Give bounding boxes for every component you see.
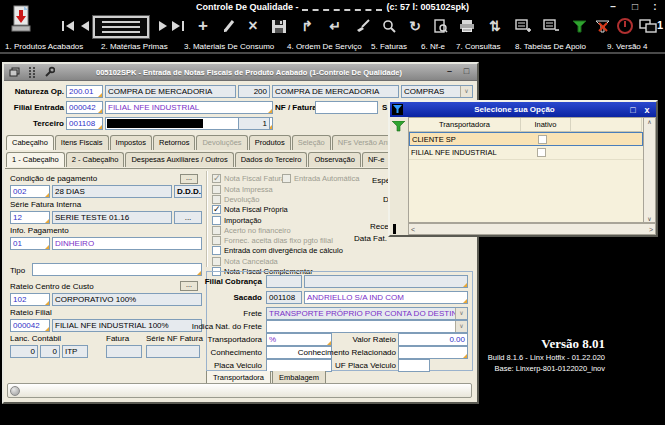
edit-icon[interactable]: [218, 15, 240, 37]
popup-close-button[interactable]: x: [640, 104, 654, 116]
tab-produtos[interactable]: Produtos: [249, 135, 291, 150]
natureza-group-select[interactable]: COMPRAS∨: [401, 85, 473, 98]
refresh-icon[interactable]: ↻: [404, 15, 426, 37]
grid-dots-icon[interactable]: [24, 66, 39, 79]
tab-2-cabecalho[interactable]: 2 - Cabeçalho: [66, 152, 125, 167]
vertical-scrollbar[interactable]: ∧∨: [643, 117, 656, 223]
confirm-icon[interactable]: ↵: [324, 15, 346, 37]
browse-icon[interactable]: [93, 16, 149, 38]
app-maximize-button[interactable]: □: [627, 1, 643, 12]
popup-maximize-button[interactable]: □: [626, 104, 640, 116]
filter-green-icon[interactable]: [392, 121, 405, 132]
scroll-right-icon[interactable]: >: [649, 226, 653, 233]
uf-placa-veiculo-field[interactable]: [398, 359, 430, 372]
tab-despesas[interactable]: Despesas Auxiliares / Outros: [125, 152, 233, 167]
menu-nfe[interactable]: 6. Nf-e: [421, 42, 445, 51]
serie-fatura-code-field[interactable]: 12: [10, 211, 50, 224]
form-maximize-button[interactable]: □: [459, 66, 474, 78]
natureza-op-code-field[interactable]: 200.01: [66, 85, 103, 98]
restore-icon[interactable]: [7, 66, 22, 79]
serie-fatura-lookup-button[interactable]: ...: [174, 211, 202, 224]
tab-observacao[interactable]: Observação: [308, 152, 360, 167]
checkbox-box[interactable]: [212, 246, 221, 255]
column-header-transportadora[interactable]: Transportadora: [409, 118, 521, 132]
nf-fatura-field[interactable]: [315, 101, 378, 114]
tipo-field[interactable]: [32, 263, 202, 276]
exit-icon[interactable]: [614, 15, 636, 37]
brush-icon[interactable]: [352, 15, 374, 37]
condicao-lookup-button[interactable]: ...: [180, 174, 198, 184]
conhecimento-relacionado-field[interactable]: [398, 346, 468, 359]
tab-impostos[interactable]: Impostos: [110, 135, 152, 150]
tab-cabecalho[interactable]: Cabeçalho: [6, 135, 54, 150]
save-icon[interactable]: [268, 15, 290, 37]
checkbox-divergencia-calculo[interactable]: Entrada com divergência de cálculo: [212, 245, 343, 255]
chevron-down-icon[interactable]: ∨: [455, 321, 467, 332]
terceiro-code-field[interactable]: 001108: [66, 117, 103, 130]
tab-itens-fiscais[interactable]: Itens Fiscais: [55, 135, 109, 150]
add-icon[interactable]: +: [192, 15, 214, 37]
menu-tabelas-apoio[interactable]: 8. Tabelas De Apoio: [515, 42, 586, 51]
post-icon[interactable]: ↱: [296, 15, 318, 37]
print-icon[interactable]: [456, 15, 478, 37]
rateio-cc-code-field[interactable]: 102: [10, 293, 50, 306]
checkbox-nota-fiscal-propria[interactable]: Nota Fiscal Própria: [212, 204, 288, 214]
tab-retornos[interactable]: Retornos: [153, 135, 195, 150]
horizontal-scrollbar[interactable]: <>: [408, 223, 656, 235]
menu-materias-primas[interactable]: 2. Matérias Primas: [101, 42, 168, 51]
tab-dados-terceiro[interactable]: Dados do Terceiro: [235, 152, 308, 167]
filial-entrada-desc-field[interactable]: FILIAL NFE INDUSTRIAL: [105, 101, 273, 114]
inativo-checkbox[interactable]: [538, 135, 547, 144]
conhecimento-relacionado-label: Conhecimento Relacionado: [294, 347, 396, 358]
clear-filter-icon[interactable]: [591, 15, 613, 37]
popup-titlebar[interactable]: Selecione sua Opção □ x: [390, 102, 656, 117]
filial-entrada-code-field[interactable]: 000042: [66, 101, 103, 114]
valor-rateio-field[interactable]: 0.00: [398, 333, 468, 346]
sort-icon[interactable]: ⇅: [484, 15, 506, 37]
info-pagamento-code-field[interactable]: 01: [10, 237, 50, 250]
rateio-filial-code-field[interactable]: 000042: [10, 319, 50, 332]
wrench-icon[interactable]: [41, 66, 56, 79]
app-close-button[interactable]: :: [647, 1, 663, 12]
transportadora-field[interactable]: %: [266, 333, 332, 346]
nf-fatura-label: NF / Fatura: [275, 102, 312, 113]
scroll-left-icon[interactable]: <: [411, 226, 415, 233]
menu-versao4[interactable]: 9. Versão 4: [607, 42, 647, 51]
scroll-up-icon[interactable]: ∧: [647, 118, 651, 125]
checkbox-importacao[interactable]: Importação: [212, 215, 262, 225]
tab-nfe[interactable]: NF-e: [362, 152, 391, 167]
form-minimize-button[interactable]: –: [442, 66, 457, 78]
last-record-icon[interactable]: [167, 15, 189, 37]
inativo-checkbox[interactable]: [537, 148, 546, 157]
filter-icon[interactable]: [568, 15, 590, 37]
menu-consultas[interactable]: 7. Consultas: [456, 42, 500, 51]
menu-faturas[interactable]: 5. Faturas: [371, 42, 407, 51]
app-minimize-button[interactable]: –: [605, 1, 621, 12]
preview-icon[interactable]: [430, 15, 452, 37]
chevron-down-icon[interactable]: ∨: [455, 308, 467, 319]
sacado-desc-field[interactable]: ANDRIELLO S/A IND COM: [304, 291, 468, 304]
grid-row[interactable]: CLIENTE SP: [409, 132, 643, 146]
search-icon[interactable]: [378, 15, 400, 37]
tab-1-cabecalho[interactable]: 1 - Cabeçalho: [6, 152, 65, 167]
monitors-icon[interactable]: [637, 15, 659, 37]
filial-cobranca-label: Filial Cobrança: [174, 276, 262, 287]
info-pagamento-desc-field[interactable]: DINHEIRO: [52, 237, 202, 250]
copy-add-icon[interactable]: [512, 15, 534, 37]
menu-ordem-servico[interactable]: 4. Ordem De Serviço: [287, 42, 362, 51]
form-titlebar[interactable]: 005102SPK - Entrada de Notas Fiscais de …: [4, 64, 477, 81]
menu-produtos-acabados[interactable]: 1. Produtos Acabados: [5, 42, 83, 51]
indica-nat-frete-select[interactable]: ∨: [266, 320, 468, 333]
grid-row[interactable]: FILIAL NFE INDUSTRIAL: [409, 146, 643, 160]
column-header-inativo[interactable]: Inativo: [521, 118, 571, 132]
copy-remove-icon[interactable]: [540, 15, 562, 37]
menu-materiais-consumo[interactable]: 3. Materiais De Consumo: [184, 42, 274, 51]
delete-icon[interactable]: ×: [242, 15, 264, 37]
chevron-down-icon[interactable]: ∨: [460, 86, 472, 97]
checkbox-box[interactable]: [212, 216, 221, 225]
frete-select[interactable]: TRANSPORTE PRÓPRIO POR CONTA DO DESTINAT…: [266, 307, 468, 320]
condicao-code-field[interactable]: 002: [10, 185, 50, 198]
checkbox-box[interactable]: [212, 205, 221, 214]
scroll-down-icon[interactable]: ∨: [647, 215, 651, 222]
import-icon[interactable]: [7, 3, 35, 35]
